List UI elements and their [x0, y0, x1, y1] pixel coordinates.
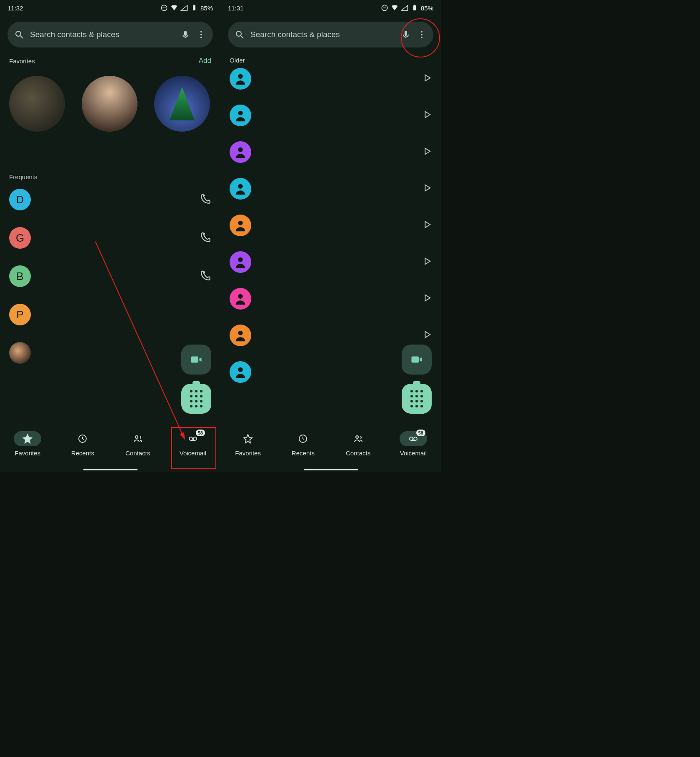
- frequents-heading: Frequents: [9, 173, 38, 180]
- frequent-contact[interactable]: B: [9, 265, 211, 287]
- svg-line-5: [20, 36, 23, 38]
- nav-contacts[interactable]: Contacts: [124, 431, 152, 457]
- dnd-icon: [381, 4, 388, 12]
- nav-label: Favorites: [235, 450, 261, 457]
- nav-voicemail[interactable]: 58 Voicemail: [179, 431, 207, 457]
- svg-point-9: [200, 37, 202, 38]
- play-button[interactable]: [422, 220, 432, 231]
- contact-avatar: [230, 105, 251, 126]
- status-time: 11:31: [228, 5, 244, 12]
- dialpad-fab[interactable]: [181, 384, 211, 414]
- nav-label: Favorites: [15, 450, 40, 457]
- more-icon[interactable]: [196, 30, 206, 40]
- play-button[interactable]: [422, 183, 432, 194]
- search-bar[interactable]: Search contacts & places: [8, 22, 213, 47]
- play-button[interactable]: [422, 330, 432, 341]
- svg-point-25: [421, 37, 422, 38]
- svg-point-38: [414, 437, 417, 440]
- play-button[interactable]: [422, 293, 432, 304]
- voicemail-item[interactable]: [230, 215, 432, 236]
- nav-recents[interactable]: Recents: [69, 431, 96, 457]
- nav-favorites[interactable]: Favorites: [234, 431, 262, 457]
- svg-point-4: [16, 31, 21, 36]
- mic-icon[interactable]: [180, 30, 190, 40]
- older-heading: Older: [230, 57, 245, 64]
- bottom-nav: Favorites Recents Contacts 58 Voicemail: [0, 423, 220, 472]
- voicemail-item[interactable]: [230, 251, 432, 273]
- wifi-icon: [170, 4, 178, 12]
- svg-point-27: [238, 111, 242, 115]
- voicemail-item[interactable]: [230, 68, 432, 90]
- call-button[interactable]: [200, 232, 211, 244]
- call-button[interactable]: [200, 193, 211, 206]
- svg-point-26: [238, 74, 242, 79]
- nav-label: Recents: [71, 450, 94, 457]
- nav-label: Voicemail: [400, 450, 427, 457]
- contact-avatar: [230, 251, 251, 273]
- nav-recents[interactable]: Recents: [289, 431, 317, 457]
- people-icon: [133, 434, 143, 444]
- battery-icon: [190, 4, 198, 12]
- wifi-icon: [391, 4, 398, 12]
- svg-rect-2: [193, 5, 195, 10]
- play-button[interactable]: [422, 73, 432, 84]
- svg-point-7: [200, 31, 202, 32]
- search-icon: [14, 30, 24, 40]
- clock-icon: [298, 434, 308, 444]
- search-bar[interactable]: Search contacts & places: [228, 22, 433, 47]
- svg-line-21: [241, 36, 243, 38]
- signal-icon: [401, 4, 408, 12]
- battery-percent: 85%: [200, 5, 213, 12]
- video-call-fab[interactable]: [181, 345, 211, 375]
- add-favorite-button[interactable]: Add: [199, 57, 211, 65]
- frequent-contact[interactable]: D: [9, 189, 211, 210]
- frequents-list: D G B P: [0, 180, 220, 364]
- nav-favorites[interactable]: Favorites: [14, 431, 41, 457]
- status-bar: 11:31 85%: [220, 0, 441, 16]
- signal-icon: [180, 4, 188, 12]
- play-button[interactable]: [422, 110, 432, 121]
- clock-icon: [78, 434, 88, 444]
- svg-point-32: [238, 294, 242, 299]
- nav-contacts[interactable]: Contacts: [345, 431, 372, 457]
- frequent-contact[interactable]: G: [9, 227, 211, 249]
- voicemail-item[interactable]: [230, 178, 432, 200]
- contact-avatar: [9, 342, 31, 364]
- bottom-nav: Favorites Recents Contacts 58 Voicemail: [220, 423, 441, 472]
- voicemail-list: [220, 64, 441, 383]
- play-button[interactable]: [422, 257, 432, 267]
- svg-point-36: [356, 436, 358, 438]
- favorite-contact[interactable]: [82, 76, 138, 132]
- contact-avatar: [230, 68, 251, 90]
- home-indicator[interactable]: [83, 469, 138, 470]
- call-button[interactable]: [200, 270, 211, 282]
- contact-avatar: [230, 325, 251, 346]
- voicemail-item[interactable]: [230, 288, 432, 310]
- search-icon: [235, 30, 245, 40]
- svg-rect-22: [405, 31, 407, 36]
- star-icon: [243, 434, 253, 444]
- voicemail-item[interactable]: [230, 105, 432, 126]
- svg-point-23: [421, 31, 422, 32]
- phone-screen-favorites: 11:32 85% Search contacts & places Favor…: [0, 0, 220, 472]
- frequent-contact[interactable]: P: [9, 304, 211, 325]
- home-indicator[interactable]: [304, 469, 358, 470]
- favorite-contact[interactable]: [154, 76, 210, 132]
- battery-icon: [411, 4, 418, 12]
- people-icon: [353, 434, 363, 444]
- play-button[interactable]: [422, 147, 432, 157]
- voicemail-item[interactable]: [230, 325, 432, 346]
- mic-icon[interactable]: [401, 30, 411, 40]
- voicemail-item[interactable]: [230, 141, 432, 163]
- svg-point-11: [135, 436, 138, 438]
- contact-avatar: [230, 141, 251, 163]
- more-icon[interactable]: [417, 30, 427, 40]
- favorite-contact[interactable]: [9, 76, 65, 132]
- nav-label: Contacts: [346, 450, 370, 457]
- contact-avatar: [230, 288, 251, 310]
- nav-voicemail[interactable]: 58 Voicemail: [400, 431, 427, 457]
- dialpad-fab[interactable]: [402, 384, 432, 414]
- video-call-fab[interactable]: [402, 345, 432, 375]
- contact-avatar: [230, 178, 251, 200]
- star-icon: [22, 434, 32, 444]
